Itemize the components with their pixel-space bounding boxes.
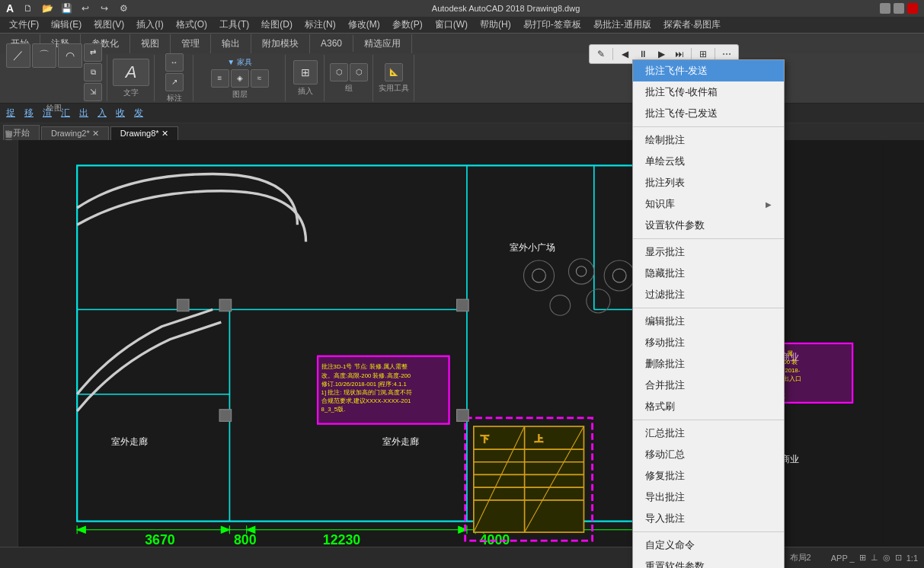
ctx-show-annotation[interactable]: 显示批注 — [633, 241, 784, 263]
menu-dimension[interactable]: 标注(N) — [299, 17, 342, 33]
menu-insert[interactable]: 插入(I) — [130, 17, 169, 33]
quick-import[interactable]: 入 — [98, 107, 107, 120]
ctx-delete-annotation[interactable]: 删除批注 — [633, 353, 784, 375]
layer-match-btn[interactable]: ≈ — [251, 69, 269, 88]
ctx-reset-params[interactable]: 重置软件参数 — [633, 556, 784, 568]
group-btn[interactable]: ⬡ — [330, 63, 348, 81]
text-btn[interactable]: A — [113, 59, 149, 86]
ctx-annotation-list[interactable]: 批注列表 — [633, 172, 784, 193]
tab-view[interactable]: 视图 — [130, 34, 171, 53]
ctx-knowledge-base[interactable]: 知识库 ▶ — [633, 193, 784, 215]
quick-move[interactable]: 移 — [24, 107, 34, 120]
svg-text:1] 批注: 现状加高的门洞,高度不符: 1] 批注: 现状加高的门洞,高度不符 — [321, 389, 412, 396]
tab-addons[interactable]: 附加模块 — [251, 34, 310, 53]
menu-edit[interactable]: 编辑(E) — [45, 17, 88, 33]
tab-a360[interactable]: A360 — [310, 35, 353, 52]
ctx-sent[interactable]: 批注飞传-已发送 — [633, 103, 784, 124]
status-ortho-btn[interactable]: ⊥ — [871, 553, 878, 563]
ribbon-utilities-group: 📐 实用工具 — [374, 55, 414, 101]
measure-btn[interactable]: 📐 — [385, 63, 403, 81]
svg-text:修订.10/26/2018-001 [程序:4.1.1: 修订.10/26/2018-001 [程序:4.1.1 — [321, 381, 407, 388]
menu-tools[interactable]: 工具(T) — [213, 17, 255, 33]
new-icon[interactable]: 🗋 — [20, 0, 37, 17]
insert-label: 插入 — [298, 86, 313, 97]
ctx-custom-command[interactable]: 自定义命令 — [633, 534, 784, 556]
ctx-filter-annotation[interactable]: 过滤批注 — [633, 284, 784, 305]
undo-icon[interactable]: ↩ — [77, 0, 94, 17]
drawing-tabs: 开始 Drawing2* ✕ Drawing8* ✕ — [0, 123, 924, 140]
tab-home[interactable]: 开始 — [3, 125, 40, 140]
quick-bar: 捉 移 渲 汇 出 入 收 发 — [0, 104, 924, 123]
maximize-btn[interactable] — [894, 3, 904, 14]
ctx-edit-annotation[interactable]: 编辑批注 — [633, 311, 784, 332]
save-icon[interactable]: 💾 — [58, 0, 75, 17]
ctx-repair-annotation[interactable]: 修复批注 — [633, 465, 784, 487]
open-icon[interactable]: 📂 — [39, 0, 56, 17]
menu-view[interactable]: 视图(V) — [88, 17, 130, 33]
close-btn[interactable] — [907, 3, 918, 14]
quick-render[interactable]: 渲 — [43, 107, 52, 120]
layer-current-btn[interactable]: ◈ — [231, 69, 249, 88]
ft-back-btn[interactable]: ◀ — [616, 46, 633, 62]
ungroup-btn[interactable]: ⬡ — [350, 63, 368, 81]
menu-draw[interactable]: 绘图(D) — [255, 17, 299, 33]
status-grid-btn[interactable]: ⊞ — [859, 553, 866, 563]
tab-drawing8[interactable]: Drawing8* ✕ — [110, 126, 178, 140]
quick-catch[interactable]: 捉 — [6, 107, 15, 120]
settings-icon[interactable]: ⚙ — [115, 0, 132, 17]
menu-format[interactable]: 格式(O) — [170, 17, 213, 33]
layer-props-btn[interactable]: ≡ — [211, 69, 229, 88]
redo-icon[interactable]: ↪ — [96, 0, 113, 17]
move-btn[interactable]: ⇄ — [84, 43, 102, 62]
svg-rect-51 — [474, 426, 584, 532]
circle-tool-btn[interactable]: ◠ — [58, 43, 82, 68]
ctx-hide-annotation[interactable]: 隐藏批注 — [633, 263, 784, 284]
ribbon-insert-group: ⊞ 插入 — [286, 55, 325, 101]
menu-annotation[interactable]: 易批注-通用版 — [587, 17, 657, 33]
menu-modify[interactable]: 修改(M) — [342, 17, 386, 33]
insert-btn[interactable]: ⊞ — [293, 60, 318, 85]
ctx-merge-annotation[interactable]: 合并批注 — [633, 375, 784, 396]
ctx-move-summary[interactable]: 移动汇总 — [633, 444, 784, 465]
ctx-summary[interactable]: 汇总批注 — [633, 423, 784, 444]
menu-params[interactable]: 参数(P) — [386, 17, 429, 33]
ctx-import-annotation[interactable]: 导入批注 — [633, 508, 784, 529]
tab-drawing2[interactable]: Drawing2* ✕ — [41, 126, 109, 140]
ctx-draw-annotation[interactable]: 绘制批注 — [633, 129, 784, 151]
status-osnap-btn[interactable]: ⊡ — [895, 553, 902, 563]
ctx-single-cloud[interactable]: 单绘云线 — [633, 151, 784, 172]
title-bar: A 🗋 📂 💾 ↩ ↪ ⚙ Autodesk AutoCAD 2018 Draw… — [0, 0, 924, 17]
menu-window[interactable]: 窗口(W) — [429, 17, 474, 33]
tab-featured[interactable]: 精选应用 — [353, 34, 412, 53]
polyline-tool-btn[interactable]: ⌒ — [32, 43, 56, 68]
cad-canvas[interactable]: 3670 800 12230 4000 室外走廊 室外走廊 室外小广场 商业 商… — [18, 140, 924, 547]
menu-help[interactable]: 帮助(H) — [474, 17, 517, 33]
ctx-export-annotation[interactable]: 导出批注 — [633, 487, 784, 508]
ctx-send-annotation[interactable]: 批注飞件-发送 — [633, 60, 784, 81]
ctx-format-brush[interactable]: 格式刷 — [633, 396, 784, 417]
dim-linear-btn[interactable]: ↔ — [165, 53, 184, 72]
status-layout2-tab[interactable]: 布局2 — [790, 552, 811, 563]
quick-export[interactable]: 出 — [79, 107, 88, 120]
ctx-inbox[interactable]: 批注飞传-收件箱 — [633, 81, 784, 103]
tab-output[interactable]: 输出 — [211, 34, 251, 53]
status-polar-btn[interactable]: ◎ — [883, 553, 890, 563]
quick-send[interactable]: 发 — [134, 107, 143, 120]
ft-edit-btn[interactable]: ✎ — [593, 46, 609, 62]
ctx-move-annotation[interactable]: 移动批注 — [633, 332, 784, 353]
stretch-btn[interactable]: ⇲ — [84, 83, 102, 101]
menu-explorer[interactable]: 探索者·易图库 — [657, 17, 727, 33]
layer-selector[interactable]: ▼ 家具 — [227, 57, 252, 68]
copy-btn[interactable]: ⧉ — [84, 63, 102, 81]
tab-manage[interactable]: 管理 — [171, 34, 211, 53]
utilities-label: 实用工具 — [379, 83, 409, 94]
dim-leader-btn[interactable]: ↗ — [165, 73, 184, 91]
minimize-btn[interactable] — [880, 3, 890, 14]
menu-print[interactable]: 易打印-签章板 — [517, 17, 587, 33]
line-tool-btn[interactable]: ／ — [6, 43, 30, 68]
status-bar: 模型 布局1 布局2 APP _ ⊞ ⊥ ◎ ⊡ 1:1 — [0, 547, 924, 568]
menu-file[interactable]: 文件(F) — [3, 17, 45, 33]
quick-summary[interactable]: 汇 — [61, 107, 70, 120]
quick-receive[interactable]: 收 — [116, 107, 125, 120]
ctx-settings[interactable]: 设置软件参数 — [633, 215, 784, 236]
